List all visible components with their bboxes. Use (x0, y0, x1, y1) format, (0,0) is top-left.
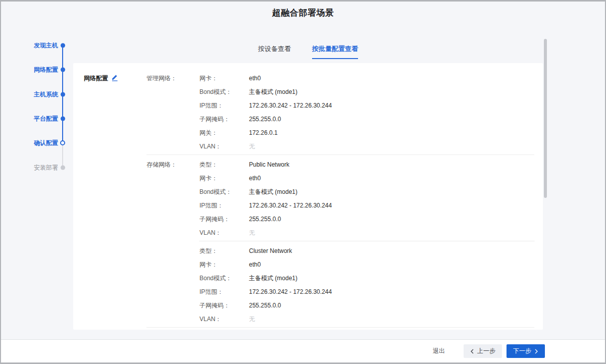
view-tabs: 按设备查看 按批量配置查看 (73, 44, 543, 59)
tab-label: 按设备查看 (258, 45, 291, 53)
step-item-3[interactable]: 主机系统 (20, 89, 71, 99)
config-group: 类型：Cluster Network网卡：eth0Bond模式：主备模式 (mo… (146, 244, 534, 326)
divider-solid (146, 327, 534, 328)
config-row: 类型：Public Network (199, 158, 534, 172)
edit-pencil-icon[interactable] (111, 74, 118, 81)
tab-label: 按批量配置查看 (312, 45, 358, 53)
step-label: 安装部署 (20, 163, 58, 172)
field-value: 172.26.30.242 - 172.26.30.244 (249, 199, 332, 213)
config-row: 网关：172.26.0.1 (199, 126, 534, 140)
config-row: IP范围：172.26.30.242 - 172.26.30.244 (199, 199, 534, 213)
step-item-2[interactable]: 网络配置 (20, 65, 71, 75)
field-value: 172.26.30.242 - 172.26.30.244 (249, 285, 332, 299)
step-nav: 发现主机网络配置主机系统平台配置确认配置安装部署 (20, 38, 76, 184)
config-row: 子网掩码：255.255.0.0 (199, 299, 534, 313)
next-step-label: 下一步 (513, 347, 531, 355)
step-item-4[interactable]: 平台配置 (20, 114, 71, 124)
field-value: 无 (249, 226, 255, 240)
step-dot-icon (61, 92, 65, 96)
step-item-1[interactable]: 发现主机 (20, 40, 71, 50)
field-label: Bond模式： (199, 185, 249, 199)
vertical-scrollbar-thumb[interactable] (544, 39, 547, 198)
config-row: VLAN：无 (199, 226, 534, 240)
field-value: 255.255.0.0 (249, 213, 281, 226)
deploy-wizard-window: 超融合部署场景 发现主机网络配置主机系统平台配置确认配置安装部署 按设备查看 按… (0, 0, 606, 364)
step-dot-icon (61, 165, 65, 170)
field-label: 子网掩码： (199, 113, 249, 126)
field-value: Public Network (249, 158, 289, 172)
config-row: 子网掩码：255.255.0.0 (199, 213, 534, 226)
group-rows: 类型：Cluster Network网卡：eth0Bond模式：主备模式 (mo… (199, 244, 534, 326)
step-label: 主机系统 (20, 90, 58, 98)
divider-dotted (199, 241, 534, 241)
config-row: IP范围：172.26.30.242 - 172.26.30.244 (199, 99, 534, 113)
config-row: Bond模式：主备模式 (mode1) (199, 272, 534, 285)
field-value: eth0 (249, 172, 261, 185)
group-rows: 类型：Public Network网卡：eth0Bond模式：主备模式 (mod… (199, 158, 534, 240)
field-label: 网关： (199, 126, 249, 140)
field-value: 172.26.30.242 - 172.26.30.244 (249, 99, 332, 113)
step-dot-icon (61, 68, 65, 72)
config-row: 网卡：eth0 (199, 258, 534, 272)
tab-by-device[interactable]: 按设备查看 (258, 44, 291, 59)
config-card: 网络配置 管理网络：网卡：eth0Bond模式：主备模式 (mode1)IP范围… (73, 63, 543, 330)
divider-solid (146, 154, 534, 155)
field-value: 主备模式 (mode1) (249, 185, 297, 199)
field-label: IP范围： (199, 285, 249, 299)
next-step-button[interactable]: 下一步 (507, 344, 545, 358)
config-row: 类型：Cluster Network (199, 244, 534, 258)
config-row: IP范围：172.26.30.242 - 172.26.30.244 (199, 285, 534, 299)
field-label: 子网掩码： (199, 299, 249, 313)
step-label: 平台配置 (20, 114, 58, 123)
field-label: VLAN： (199, 313, 249, 326)
field-value: 主备模式 (mode1) (249, 85, 297, 99)
config-groups: 管理网络：网卡：eth0Bond模式：主备模式 (mode1)IP范围：172.… (146, 72, 534, 330)
config-group: 管理网络：网卡：eth0Bond模式：主备模式 (mode1)IP范围：172.… (146, 72, 534, 153)
prev-step-button[interactable]: 上一步 (464, 344, 502, 358)
step-dot-icon (60, 140, 65, 145)
field-value: 172.26.0.1 (249, 126, 278, 140)
config-group: 存储网络：类型：Public Network网卡：eth0Bond模式：主备模式… (146, 158, 534, 240)
field-value: eth0 (249, 258, 261, 272)
field-label: VLAN： (199, 226, 249, 240)
field-label: VLAN： (199, 140, 249, 153)
field-label: Bond模式： (199, 85, 249, 99)
chevron-left-icon (470, 349, 474, 354)
prev-step-label: 上一步 (477, 347, 495, 355)
config-row: VLAN：无 (199, 313, 534, 326)
field-value: 255.255.0.0 (249, 113, 281, 126)
config-row: 子网掩码：255.255.0.0 (199, 113, 534, 126)
exit-button[interactable]: 退出 (433, 347, 445, 355)
field-value: 255.255.0.0 (249, 299, 281, 313)
config-row: 网卡：eth0 (199, 172, 534, 185)
field-label: 类型： (199, 244, 249, 258)
field-value: eth0 (249, 72, 261, 85)
field-label: IP范围： (199, 99, 249, 113)
page-title: 超融合部署场景 (1, 7, 605, 19)
step-label: 确认配置 (20, 139, 58, 147)
field-label: 网卡： (199, 258, 249, 272)
field-label: 子网掩码： (199, 213, 249, 226)
group-label: 存储网络： (146, 158, 199, 240)
group-rows: 网卡：eth0Bond模式：主备模式 (mode1)IP范围：172.26.30… (199, 72, 534, 153)
step-item-6[interactable]: 安装部署 (20, 163, 71, 173)
section-column: 网络配置 (84, 72, 146, 330)
config-row: Bond模式：主备模式 (mode1) (199, 85, 534, 99)
step-dot-icon (61, 116, 65, 121)
field-label: IP范围： (199, 199, 249, 213)
group-label (146, 244, 199, 326)
step-item-5[interactable]: 确认配置 (20, 138, 71, 148)
config-row: 网卡：eth0 (199, 72, 534, 85)
config-row: VLAN：无 (199, 140, 534, 153)
step-dot-icon (61, 43, 65, 48)
tab-by-batch-config[interactable]: 按批量配置查看 (312, 44, 358, 59)
section-title: 网络配置 (84, 75, 108, 82)
step-label: 网络配置 (20, 66, 58, 74)
config-row: Bond模式：主备模式 (mode1) (199, 185, 534, 199)
field-value: 无 (249, 313, 255, 326)
chevron-right-icon (534, 349, 538, 354)
group-label: 管理网络： (146, 72, 199, 153)
step-label: 发现主机 (20, 41, 58, 50)
field-value: 无 (249, 140, 255, 153)
field-label: 网卡： (199, 72, 249, 85)
